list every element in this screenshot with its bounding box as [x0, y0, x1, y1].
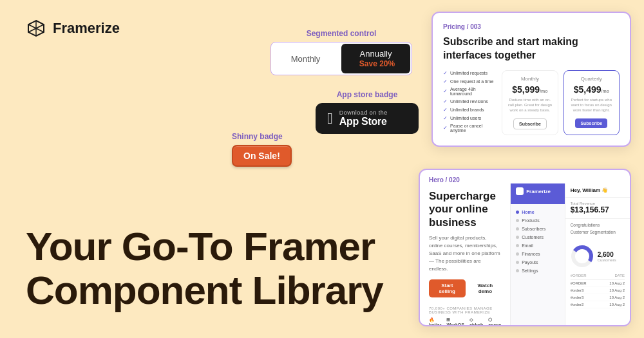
hero-buttons: Start selling Watch demo [429, 279, 501, 297]
hero-card-label: Hero / 020 [420, 170, 630, 183]
check-icon-4: ✓ [443, 99, 448, 104]
shiny-badge-button[interactable]: On Sale! [232, 145, 292, 167]
sidebar-nav-subscribers[interactable]: Subscribers [516, 225, 559, 233]
hero-right-panel: Hey, William 👋 Total Revenue $13,156.57 … [565, 183, 630, 325]
check-icon-6: ✓ [443, 115, 448, 121]
orders-table: #ORDER DATE #ORDER 10 Aug 2 #order3 10 A… [565, 272, 630, 308]
sidebar-logo-dot [516, 187, 524, 195]
hero-card-inner: Supercharge your online business Sell yo… [420, 183, 630, 325]
sidebar-nav-email[interactable]: Email [516, 241, 559, 250]
logo-hotjar: 🔥 hotjar [429, 317, 441, 326]
check-icon-7: ✓ [443, 125, 448, 131]
logo-workos: ⊞ WorkOS [446, 317, 464, 326]
sidebar-app-name: Framerize [526, 189, 551, 194]
check-icon-2: ✓ [443, 79, 448, 84]
shiny-badge-label: Shinny badge [232, 132, 292, 141]
hero-companies-label: 70,000+ COMPANIES MANAGE BUSINESS WITH F… [429, 306, 501, 314]
feature-2: ✓One request at a time [443, 79, 497, 84]
logo-airbnb: ◇ airbnb [469, 317, 483, 326]
nav-dot-email [516, 244, 519, 247]
stat-row-2: Customer Segmentation [571, 230, 625, 234]
order-row-1: #ORDER 10 Aug 2 [571, 280, 625, 287]
sidebar-header: Framerize [511, 183, 564, 204]
pricing-title: Subscribe and start making interfaces to… [443, 35, 620, 62]
hero-watch-demo-btn[interactable]: Watch demo [469, 279, 502, 297]
check-icon-3: ✓ [443, 88, 448, 94]
hero-logos: 🔥 hotjar ⊞ WorkOS ◇ airbnb ⬡ asana [429, 317, 501, 326]
tier-monthly-btn[interactable]: Subscribe [513, 118, 547, 129]
logo-icon [26, 18, 46, 39]
hero-section: Your Go-To Framer Component Library [26, 225, 383, 312]
donut-chart [571, 245, 594, 268]
segmented-control-section: Segmented control Monthly Annually Save … [270, 29, 412, 75]
check-icon-5: ✓ [443, 107, 448, 113]
sidebar-nav-home[interactable]: Home [516, 208, 559, 216]
feature-4: ✓Unlimited revisions [443, 99, 497, 104]
revenue-value: $13,156.57 [571, 205, 625, 214]
donut-label: Customers [598, 258, 616, 262]
revenue-box: Total Revenue $13,156.57 [565, 198, 630, 219]
pricing-card-label: Pricing / 003 [443, 23, 620, 30]
app-store-badge[interactable]:  Download on the App Store [316, 103, 419, 134]
sidebar-nav-products[interactable]: Products [516, 216, 559, 225]
order-row-2: #order3 10 Aug 2 [571, 287, 625, 294]
sidebar-nav-settings[interactable]: Settings [516, 267, 559, 275]
check-icon-1: ✓ [443, 70, 448, 76]
nav-dot-subscribers [516, 227, 519, 230]
shiny-badge-section: Shinny badge On Sale! [232, 132, 292, 167]
hero-card: Hero / 020 Supercharge your online busin… [419, 169, 631, 326]
orders-header: #ORDER DATE [571, 272, 625, 280]
nav-dot-settings [516, 269, 519, 272]
hero-sidebar: Framerize Home Products Subscribers Cust… [510, 183, 564, 325]
app-store-label: App store badge [316, 90, 419, 99]
tier-quarterly-label: Quarterly [569, 76, 614, 82]
right-panel-header: Hey, William 👋 [565, 183, 630, 198]
feature-5: ✓Unlimited brands [443, 107, 497, 113]
nav-dot-home [516, 211, 519, 214]
badge-small-text: Download on the [339, 109, 388, 116]
pricing-features: ✓Unlimited requests ✓One request at a ti… [443, 70, 497, 135]
feature-3: ✓Average 48h turnaround [443, 87, 497, 96]
nav-dot-finances [516, 252, 519, 256]
segmented-control-label: Segmented control [270, 29, 412, 38]
logo-text: Framerize [53, 20, 120, 37]
nav-dot-products [516, 219, 519, 222]
nav-dot-payouts [516, 261, 519, 264]
order-row-3: #order3 10 Aug 2 [571, 294, 625, 301]
sidebar-logo-row: Framerize [516, 187, 559, 195]
hero-main: Supercharge your online business Sell yo… [420, 183, 510, 325]
tier-quarterly-desc: Perfect for startups who want to focus o… [569, 97, 614, 113]
sidebar-nav-payouts[interactable]: Payouts [516, 258, 559, 267]
pricing-tier-quarterly: Quarterly $5,499/mo Perfect for startups… [564, 70, 620, 135]
donut-value: 2,600 [598, 251, 616, 258]
seg-option-annually[interactable]: Annually Save 20% [341, 44, 410, 73]
feature-1: ✓Unlimited requests [443, 70, 497, 76]
hero-title: Your Go-To Framer Component Library [26, 225, 383, 312]
logo-asana: ⬡ asana [488, 317, 501, 326]
stat-row-1: Congratulations [571, 223, 625, 227]
sidebar-nav-finances[interactable]: Finances [516, 250, 559, 258]
app-store-section: App store badge  Download on the App St… [316, 90, 419, 134]
tier-monthly-label: Monthly [507, 76, 552, 82]
tier-quarterly-price: $5,499/mo [569, 84, 614, 95]
badge-text: Download on the App Store [339, 109, 388, 127]
tier-quarterly-btn[interactable]: Subscribe [575, 118, 607, 128]
hero-main-desc: Sell your digital products, online cours… [429, 234, 501, 273]
sidebar-nav: Home Products Subscribers Customers Emai… [511, 204, 564, 279]
pricing-columns: ✓Unlimited requests ✓One request at a ti… [443, 70, 620, 135]
seg-save-label: Save 20% [359, 59, 395, 68]
pricing-card: Pricing / 003 Subscribe and start making… [431, 12, 631, 147]
tier-monthly-desc: Reduce time with an on-call plan. Great … [507, 97, 552, 113]
sidebar-nav-customers[interactable]: Customers [516, 233, 559, 241]
feature-6: ✓Unlimited users [443, 115, 497, 121]
hero-main-title: Supercharge your online business [429, 190, 501, 229]
segmented-control[interactable]: Monthly Annually Save 20% [270, 42, 412, 75]
tier-monthly-price: $5,999/mo [507, 84, 552, 95]
right-stats: Congratulations Customer Segmentation [565, 219, 630, 241]
order-row-4: #order2 10 Aug 2 [571, 301, 625, 308]
donut-container: 2,600 Customers [565, 241, 630, 272]
feature-7: ✓Pause or cancel anytime [443, 124, 497, 133]
apple-icon:  [327, 111, 333, 126]
hero-start-selling-btn[interactable]: Start selling [429, 279, 466, 297]
seg-option-monthly[interactable]: Monthly [271, 49, 340, 69]
